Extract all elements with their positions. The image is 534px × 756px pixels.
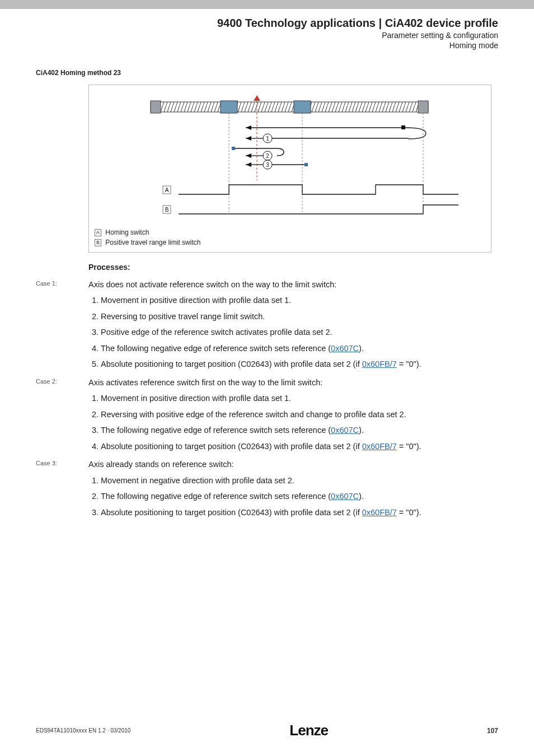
case-list: Movement in negative direction with prof… xyxy=(88,474,498,519)
svg-rect-4 xyxy=(221,101,237,113)
svg-marker-13 xyxy=(246,125,251,130)
svg-marker-16 xyxy=(246,136,251,141)
diagram-label-1: 1 xyxy=(266,136,269,142)
list-item: The following negative edge of reference… xyxy=(101,490,498,502)
processes-heading: Processes: xyxy=(88,263,498,272)
case-body: Axis already stands on reference switch:… xyxy=(88,458,498,522)
doc-title: 9400 Technology applications | CiA402 de… xyxy=(0,17,498,30)
list-item: The following negative edge of reference… xyxy=(101,342,498,354)
legend-a-text: Homing switch xyxy=(104,228,149,236)
list-item: The following negative edge of reference… xyxy=(101,424,498,436)
legend-b-text: Positive travel range limit switch xyxy=(104,239,200,246)
footer-page: 107 xyxy=(487,727,498,735)
diagram-box-b: B xyxy=(165,207,169,213)
case-list: Movement in positive direction with prof… xyxy=(88,294,498,370)
reference-link[interactable]: 0x607C xyxy=(331,426,359,435)
reference-link[interactable]: 0x60FB/7 xyxy=(362,360,397,368)
legend-b-box: B xyxy=(95,239,101,246)
list-item: Positive edge of the reference switch ac… xyxy=(101,326,498,338)
case-row: Case 1:Axis does not activate reference … xyxy=(36,278,498,374)
reference-link[interactable]: 0x607C xyxy=(331,492,359,501)
diagram-legend: A Homing switch B Positive travel range … xyxy=(89,225,491,252)
legend-a-box: A xyxy=(95,229,101,236)
topbar xyxy=(0,0,534,9)
case-intro: Axis already stands on reference switch: xyxy=(88,458,498,470)
list-item: Absolute positioning to target position … xyxy=(101,506,498,519)
svg-marker-22 xyxy=(246,153,251,158)
case-body: Axis activates reference switch first on… xyxy=(88,376,498,456)
section-title: CiA402 Homing method 23 xyxy=(36,69,498,77)
svg-marker-27 xyxy=(246,162,251,167)
case-list: Movement in positive direction with prof… xyxy=(88,392,498,452)
content: CiA402 Homing method 23 xyxy=(0,55,534,522)
doc-subtitle-1: Parameter setting & configuration xyxy=(0,31,498,40)
diagram-label-3: 3 xyxy=(266,162,269,168)
svg-rect-6 xyxy=(151,101,161,113)
diagram-box-a: A xyxy=(165,187,169,193)
header: 9400 Technology applications | CiA402 de… xyxy=(0,9,534,55)
diagram-box: 1 2 3 A B xyxy=(88,85,491,253)
diagram-label-2: 2 xyxy=(266,153,269,159)
list-item: Reversing with positive edge of the refe… xyxy=(101,408,498,421)
reference-link[interactable]: 0x60FB/7 xyxy=(362,508,397,517)
reference-link[interactable]: 0x60FB/7 xyxy=(362,442,397,451)
cases-container: Case 1:Axis does not activate reference … xyxy=(36,278,498,522)
svg-rect-23 xyxy=(305,163,308,166)
case-body: Axis does not activate reference switch … xyxy=(88,278,498,374)
case-row: Case 2:Axis activates reference switch f… xyxy=(36,376,498,456)
list-item: Absolute positioning to target position … xyxy=(101,440,498,452)
svg-rect-18 xyxy=(232,147,235,150)
footer-left: EDS94TA11010xxxx EN 1.2 · 03/2010 xyxy=(36,727,130,734)
homing-diagram: 1 2 3 A B xyxy=(89,85,491,225)
footer-logo: Lenze xyxy=(289,722,328,739)
svg-rect-11 xyxy=(401,125,405,129)
svg-rect-5 xyxy=(294,101,311,113)
footer: EDS94TA11010xxxx EN 1.2 · 03/2010 Lenze … xyxy=(36,722,498,739)
case-label: Case 2: xyxy=(36,376,88,456)
case-label: Case 3: xyxy=(36,458,88,522)
case-label: Case 1: xyxy=(36,278,88,374)
reference-link[interactable]: 0x607C xyxy=(331,344,359,353)
case-intro: Axis does not activate reference switch … xyxy=(88,278,498,291)
doc-subtitle-2: Homing mode xyxy=(0,41,498,50)
case-intro: Axis activates reference switch first on… xyxy=(88,376,498,389)
list-item: Movement in negative direction with prof… xyxy=(101,474,498,487)
case-row: Case 3:Axis already stands on reference … xyxy=(36,458,498,522)
svg-rect-7 xyxy=(418,101,428,113)
list-item: Reversing to positive travel range limit… xyxy=(101,310,498,323)
svg-marker-1 xyxy=(254,95,260,101)
list-item: Movement in positive direction with prof… xyxy=(101,294,498,306)
list-item: Movement in positive direction with prof… xyxy=(101,392,498,404)
svg-rect-3 xyxy=(151,102,428,112)
list-item: Absolute positioning to target position … xyxy=(101,358,498,370)
